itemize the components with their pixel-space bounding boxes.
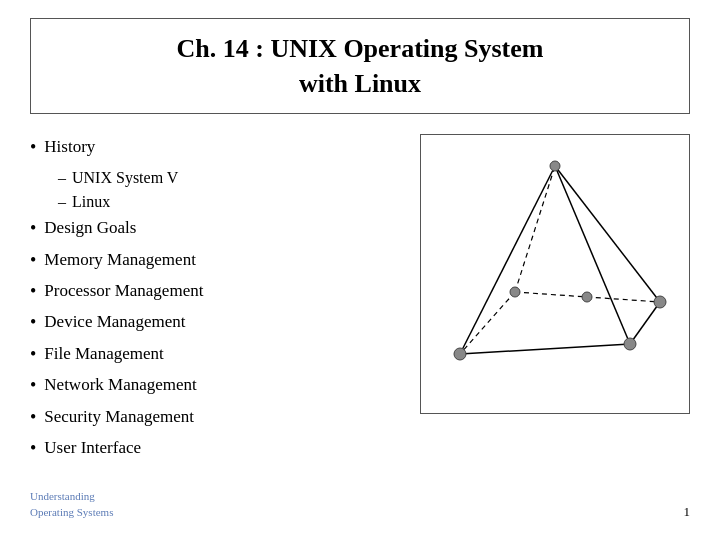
item-label: Network Management [44,374,196,396]
svg-line-7 [555,166,660,302]
list-item: • Security Management [30,406,400,429]
pyramid-svg [430,144,680,404]
svg-point-13 [582,292,592,302]
item-label: Linux [72,192,110,213]
svg-point-8 [550,161,560,171]
slide-container: Ch. 14 : UNIX Operating System with Linu… [0,0,720,540]
bullet-list: • History – UNIX System V – Linux • Desi… [30,132,400,481]
list-item: • Design Goals [30,217,400,240]
footer-left: Understanding Operating Systems [30,489,113,520]
title-line1: Ch. 14 : UNIX Operating System [177,34,544,63]
list-item: • File Management [30,343,400,366]
list-item: – Linux [30,192,400,213]
svg-line-5 [460,166,555,354]
list-item: • Network Management [30,374,400,397]
bullet-dot: • [30,311,36,334]
svg-line-3 [460,344,630,354]
list-item: • Device Management [30,311,400,334]
pyramid-diagram [420,134,690,414]
bullet-dot: • [30,217,36,240]
list-item: – UNIX System V [30,168,400,189]
footer-left-line1: Understanding [30,489,113,504]
item-label: History [44,136,95,158]
bullet-dot: • [30,249,36,272]
title-line2: with Linux [299,69,421,98]
bullet-dot: • [30,406,36,429]
item-label: Memory Management [44,249,196,271]
sub-dash: – [58,168,66,189]
list-item: • Processor Management [30,280,400,303]
item-label: Device Management [44,311,185,333]
item-label: User Interface [44,437,141,459]
svg-point-9 [454,348,466,360]
item-label: File Management [44,343,163,365]
list-item: • User Interface [30,437,400,460]
sub-dash: – [58,192,66,213]
content-area: • History – UNIX System V – Linux • Desi… [30,132,690,481]
item-label: Security Management [44,406,194,428]
bullet-dot: • [30,280,36,303]
svg-line-6 [555,166,630,344]
item-label: Processor Management [44,280,203,302]
title-box: Ch. 14 : UNIX Operating System with Linu… [30,18,690,114]
footer-left-line2: Operating Systems [30,505,113,520]
item-label: UNIX System V [72,168,178,189]
svg-line-2 [460,292,515,354]
svg-point-12 [510,287,520,297]
svg-line-4 [630,302,660,344]
list-item: • History [30,136,400,159]
svg-point-11 [654,296,666,308]
bullet-dot: • [30,136,36,159]
svg-point-10 [624,338,636,350]
bullet-dot: • [30,374,36,397]
list-item-memory-management: • Memory Management [30,249,400,272]
footer: Understanding Operating Systems 1 [30,481,690,520]
footer-page-number: 1 [684,504,691,520]
bullet-dot: • [30,343,36,366]
title-text: Ch. 14 : UNIX Operating System with Linu… [51,31,669,101]
svg-line-0 [515,166,555,292]
bullet-dot: • [30,437,36,460]
item-label: Design Goals [44,217,136,239]
